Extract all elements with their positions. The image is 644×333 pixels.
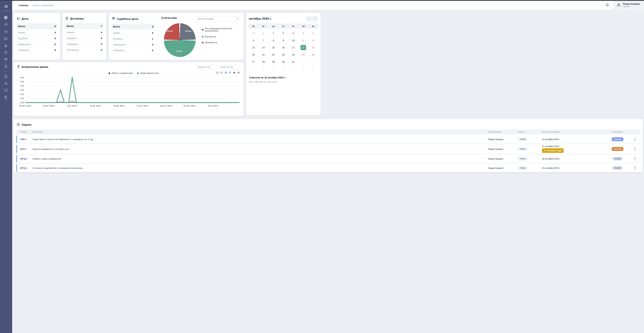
sidebar-item-share[interactable]: [2, 87, 10, 93]
task-row-WFQ-1[interactable]: WFQ-1Составить ходатайство о назначении …: [16, 164, 322, 166]
sidebar-item-court[interactable]: [2, 56, 10, 62]
stat-value: 3: [101, 43, 102, 45]
chart-menu-icon[interactable]: [237, 71, 240, 74]
calendar-next-button[interactable]: [313, 17, 317, 21]
menu-toggle-button[interactable]: [3, 4, 10, 9]
stat-value: 2: [54, 43, 56, 46]
pie-label-won: 50.0%: [176, 50, 182, 52]
legend-label: Выиграл(-а): [205, 35, 216, 38]
category-filter-select[interactable]: Все категории: [196, 16, 240, 21]
calendar-day[interactable]: 4: [298, 30, 308, 37]
calendar-day[interactable]: 17: [288, 44, 298, 51]
calendar-day[interactable]: 7: [258, 37, 268, 44]
legend-label: Представительство: [140, 72, 159, 74]
date-from-input[interactable]: [196, 65, 217, 69]
sidebar-item-clients[interactable]: [2, 21, 10, 27]
task-row-XEX-1[interactable]: XEX-1Изучить документы и составить искТи…: [16, 144, 322, 154]
calendar-day[interactable]: 29: [248, 30, 258, 37]
legend-item[interactable]: Представительство: [137, 72, 159, 74]
sidebar-item-insurance[interactable]: [2, 49, 10, 55]
date-to-input[interactable]: [219, 65, 240, 69]
zoom-in-icon[interactable]: [216, 71, 219, 74]
calendar-day[interactable]: 12: [308, 37, 318, 44]
calendar-day[interactable]: 16: [278, 44, 288, 51]
calendar-day[interactable]: 25: [298, 51, 308, 58]
calendar-day[interactable]: 26: [308, 51, 318, 58]
calendar-day[interactable]: 9: [308, 65, 318, 72]
calendar-day[interactable]: 27: [248, 58, 258, 65]
sidebar-item-stamp[interactable]: [2, 42, 10, 48]
sidebar-item-user-settings[interactable]: [2, 80, 10, 86]
stat-total-row: Всего:7: [65, 23, 104, 29]
calendar-day[interactable]: 20: [248, 51, 258, 58]
calendar-day[interactable]: 5: [268, 65, 278, 72]
sidebar-item-cases[interactable]: [2, 28, 10, 34]
calendar-day[interactable]: 11: [298, 37, 308, 44]
pie-label-returned: 25.0%: [185, 30, 191, 32]
calendar-day[interactable]: 19: [308, 44, 318, 51]
calendar-day[interactable]: 6: [248, 37, 258, 44]
calendar-day[interactable]: 3: [248, 65, 258, 72]
calendar-day[interactable]: 2: [278, 30, 288, 37]
sidebar-item-documents[interactable]: [2, 35, 10, 41]
svg-text:30 июл. 2025 г.: 30 июл. 2025 г.: [42, 105, 55, 107]
calendar-day[interactable]: 14: [258, 44, 268, 51]
calendar-day-names: пнвтсрчтптсбвс: [248, 23, 318, 29]
task-row-WFQ-2[interactable]: WFQ-2Заявить отвод следователюТимур Наза…: [16, 154, 322, 163]
calendar-day-number: 7: [260, 38, 266, 43]
calendar-day[interactable]: 23: [278, 51, 288, 58]
calendar-day[interactable]: 31: [288, 58, 298, 65]
stat-label: Всего:: [18, 25, 26, 27]
calendar-day[interactable]: 8: [298, 65, 308, 72]
calendar-day[interactable]: 13: [248, 44, 258, 51]
statistics-section: Статистика Все категории: [158, 16, 244, 57]
calendar-day-number: 22: [271, 52, 276, 57]
sidebar-item-help-doc[interactable]: [2, 63, 10, 69]
calendar-day[interactable]: 6: [278, 65, 288, 72]
calendar-day[interactable]: 3: [288, 30, 298, 37]
stat-value: 4: [152, 43, 153, 46]
svg-text:20 июл. 2025 г.: 20 июл. 2025 г.: [19, 105, 32, 107]
pie-label-lost: 25.0%: [167, 30, 173, 32]
calendar-day[interactable]: 2: [308, 58, 318, 65]
pan-icon[interactable]: [228, 71, 232, 74]
calendar-day[interactable]: 30: [258, 30, 268, 37]
calendar-day[interactable]: 21: [258, 51, 268, 58]
sidebar-item-support[interactable]: [2, 94, 10, 100]
calendar-day-number: 25: [300, 52, 306, 57]
calendar-day-number: 8: [271, 38, 276, 43]
calendar-day[interactable]: 29: [268, 58, 278, 65]
calendar-day[interactable]: 5: [308, 30, 318, 37]
calendar-day[interactable]: 24: [288, 51, 298, 58]
calendar-day-number: 31: [290, 59, 296, 64]
calendar-day[interactable]: 1: [298, 58, 308, 65]
calendar-day-number: 29: [251, 31, 256, 36]
calendar-day[interactable]: 10: [288, 37, 298, 44]
breadcrumb-home-link[interactable]: Главная: [19, 4, 28, 7]
documents-icon: [4, 36, 8, 40]
sidebar-item-organization[interactable]: [2, 73, 10, 79]
sidebar-item-dashboard[interactable]: [2, 14, 10, 20]
home-icon[interactable]: [233, 71, 236, 74]
calendar-day[interactable]: 30: [278, 58, 288, 65]
calendar-prev-button[interactable]: [307, 17, 311, 21]
calendar-day[interactable]: 4: [258, 65, 268, 72]
legend-item[interactable]: Работа с документами: [108, 72, 133, 74]
calendar-day[interactable]: 8: [268, 37, 278, 44]
events-empty-text: Нет событий на этот день: [249, 80, 318, 83]
calendar-day[interactable]: 7: [288, 65, 298, 72]
box-zoom-icon[interactable]: [224, 71, 227, 74]
calendar-day-selected[interactable]: 18: [298, 44, 308, 51]
calendar-day-number: 30: [260, 31, 266, 36]
tasks-title: Задачи: [22, 123, 31, 126]
calendar-day[interactable]: 28: [258, 58, 268, 65]
calendar-day[interactable]: 1: [268, 30, 278, 37]
svg-text:0.00: 0.00: [20, 102, 24, 103]
zoom-out-icon[interactable]: [220, 71, 223, 74]
folder-icon: [17, 17, 20, 21]
calendar-day[interactable]: 15: [268, 44, 278, 51]
calendar-day[interactable]: 22: [268, 51, 278, 58]
calendar-day-number: 6: [280, 66, 286, 71]
task-row-FRR-1[interactable]: FRR-1Подготовить отзыв на иск Иванова И.…: [16, 135, 322, 144]
calendar-day[interactable]: 9: [278, 37, 288, 44]
